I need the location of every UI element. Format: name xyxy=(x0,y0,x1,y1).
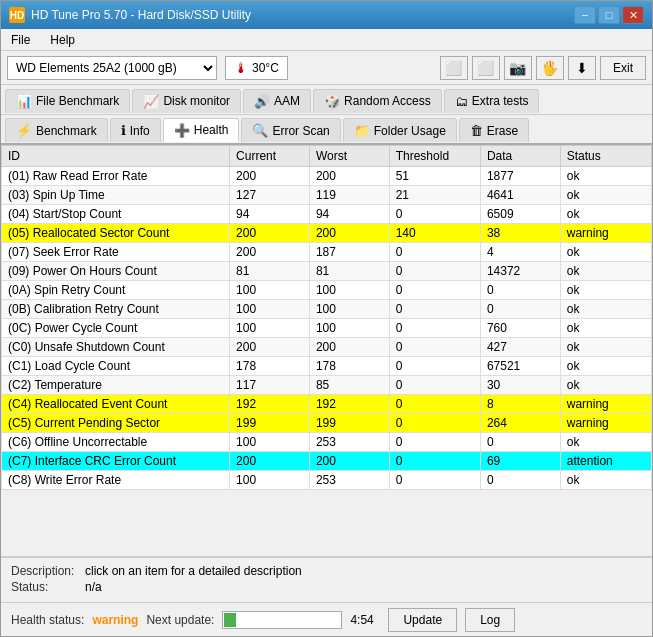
tab-health[interactable]: ➕ Health xyxy=(163,118,240,142)
tab-aam[interactable]: 🔊 AAM xyxy=(243,89,311,113)
cell-2: 199 xyxy=(309,414,389,433)
file-benchmark-icon: 📊 xyxy=(16,94,32,109)
table-row[interactable]: (09) Power On Hours Count8181014372ok xyxy=(2,262,652,281)
table-row[interactable]: (C7) Interface CRC Error Count200200069a… xyxy=(2,452,652,471)
cell-1: 100 xyxy=(230,281,310,300)
tab-random-access[interactable]: 🎲 Random Access xyxy=(313,89,442,113)
cell-1: 100 xyxy=(230,319,310,338)
status-row: Status: n/a xyxy=(11,580,642,594)
extra-tests-icon: 🗂 xyxy=(455,94,468,109)
table-row[interactable]: (C4) Reallocated Event Count19219208warn… xyxy=(2,395,652,414)
menu-bar: File Help xyxy=(1,29,652,51)
cell-4: 4 xyxy=(480,243,560,262)
cell-5: ok xyxy=(560,281,651,300)
tab-benchmark[interactable]: ⚡ Benchmark xyxy=(5,118,108,142)
title-bar-left: HD HD Tune Pro 5.70 - Hard Disk/SSD Util… xyxy=(9,7,251,23)
tab-info-label: Info xyxy=(130,124,150,138)
tab-info[interactable]: ℹ Info xyxy=(110,118,161,142)
cell-4: 67521 xyxy=(480,357,560,376)
table-row[interactable]: (01) Raw Read Error Rate200200511877ok xyxy=(2,167,652,186)
close-button[interactable]: ✕ xyxy=(622,6,644,24)
table-row[interactable]: (C6) Offline Uncorrectable10025300ok xyxy=(2,433,652,452)
cell-5: ok xyxy=(560,376,651,395)
exit-button[interactable]: Exit xyxy=(600,56,646,80)
cell-3: 0 xyxy=(389,319,480,338)
cell-0: (C8) Write Error Rate xyxy=(2,471,230,490)
table-container[interactable]: ID Current Worst Threshold Data Status (… xyxy=(1,145,652,557)
cell-3: 0 xyxy=(389,376,480,395)
tab-error-scan[interactable]: 🔍 Error Scan xyxy=(241,118,340,142)
cell-5: attention xyxy=(560,452,651,471)
tab-extra-tests[interactable]: 🗂 Extra tests xyxy=(444,89,540,113)
log-button[interactable]: Log xyxy=(465,608,515,632)
table-row[interactable]: (C2) Temperature11785030ok xyxy=(2,376,652,395)
cell-3: 0 xyxy=(389,414,480,433)
icon-btn-3[interactable]: 📷 xyxy=(504,56,532,80)
table-row[interactable]: (C1) Load Cycle Count178178067521ok xyxy=(2,357,652,376)
tab-bar-2: ⚡ Benchmark ℹ Info ➕ Health 🔍 Error Scan… xyxy=(1,115,652,145)
tab-benchmark-label: Benchmark xyxy=(36,124,97,138)
table-row[interactable]: (03) Spin Up Time127119214641ok xyxy=(2,186,652,205)
tab-disk-monitor-label: Disk monitor xyxy=(163,94,230,108)
cell-5: ok xyxy=(560,167,651,186)
table-row[interactable]: (C0) Unsafe Shutdown Count2002000427ok xyxy=(2,338,652,357)
table-row[interactable]: (0A) Spin Retry Count10010000ok xyxy=(2,281,652,300)
next-update-progress xyxy=(222,611,342,629)
cell-5: ok xyxy=(560,205,651,224)
table-row[interactable]: (05) Reallocated Sector Count20020014038… xyxy=(2,224,652,243)
col-current: Current xyxy=(230,146,310,167)
cell-2: 100 xyxy=(309,319,389,338)
content-area: ID Current Worst Threshold Data Status (… xyxy=(1,145,652,636)
cell-4: 1877 xyxy=(480,167,560,186)
description-label: Description: xyxy=(11,564,81,578)
cell-3: 0 xyxy=(389,205,480,224)
cell-2: 192 xyxy=(309,395,389,414)
cell-4: 30 xyxy=(480,376,560,395)
icon-btn-4[interactable]: 🖐 xyxy=(536,56,564,80)
disk-monitor-icon: 📈 xyxy=(143,94,159,109)
toolbar-icons: ⬜ ⬜ 📷 🖐 ⬇ Exit xyxy=(440,56,646,80)
cell-1: 200 xyxy=(230,224,310,243)
cell-3: 0 xyxy=(389,243,480,262)
cell-0: (C4) Reallocated Event Count xyxy=(2,395,230,414)
icon-btn-1[interactable]: ⬜ xyxy=(440,56,468,80)
tab-disk-monitor[interactable]: 📈 Disk monitor xyxy=(132,89,241,113)
cell-5: warning xyxy=(560,395,651,414)
description-row: Description: click on an item for a deta… xyxy=(11,564,642,578)
cell-1: 94 xyxy=(230,205,310,224)
minimize-button[interactable]: − xyxy=(574,6,596,24)
tab-erase[interactable]: 🗑 Erase xyxy=(459,118,529,142)
table-row[interactable]: (07) Seek Error Rate20018704ok xyxy=(2,243,652,262)
update-button[interactable]: Update xyxy=(388,608,457,632)
cell-5: ok xyxy=(560,433,651,452)
table-row[interactable]: (0C) Power Cycle Count1001000760ok xyxy=(2,319,652,338)
cell-3: 0 xyxy=(389,433,480,452)
cell-2: 200 xyxy=(309,224,389,243)
drive-select[interactable]: WD Elements 25A2 (1000 gB) xyxy=(7,56,217,80)
cell-2: 94 xyxy=(309,205,389,224)
cell-5: ok xyxy=(560,338,651,357)
cell-4: 4641 xyxy=(480,186,560,205)
maximize-button[interactable]: □ xyxy=(598,6,620,24)
cell-1: 200 xyxy=(230,452,310,471)
icon-btn-5[interactable]: ⬇ xyxy=(568,56,596,80)
tab-file-benchmark[interactable]: 📊 File Benchmark xyxy=(5,89,130,113)
cell-0: (C1) Load Cycle Count xyxy=(2,357,230,376)
cell-2: 81 xyxy=(309,262,389,281)
tab-extra-tests-label: Extra tests xyxy=(472,94,529,108)
table-row[interactable]: (C8) Write Error Rate10025300ok xyxy=(2,471,652,490)
tab-folder-usage[interactable]: 📁 Folder Usage xyxy=(343,118,457,142)
table-row[interactable]: (0B) Calibration Retry Count10010000ok xyxy=(2,300,652,319)
icon-btn-2[interactable]: ⬜ xyxy=(472,56,500,80)
cell-5: ok xyxy=(560,357,651,376)
cell-5: ok xyxy=(560,186,651,205)
menu-file[interactable]: File xyxy=(5,31,36,49)
menu-help[interactable]: Help xyxy=(44,31,81,49)
cell-0: (C6) Offline Uncorrectable xyxy=(2,433,230,452)
window-title: HD Tune Pro 5.70 - Hard Disk/SSD Utility xyxy=(31,8,251,22)
cell-1: 178 xyxy=(230,357,310,376)
table-row[interactable]: (04) Start/Stop Count949406509ok xyxy=(2,205,652,224)
cell-5: ok xyxy=(560,319,651,338)
table-row[interactable]: (C5) Current Pending Sector1991990264war… xyxy=(2,414,652,433)
time-display: 4:54 xyxy=(350,613,380,627)
